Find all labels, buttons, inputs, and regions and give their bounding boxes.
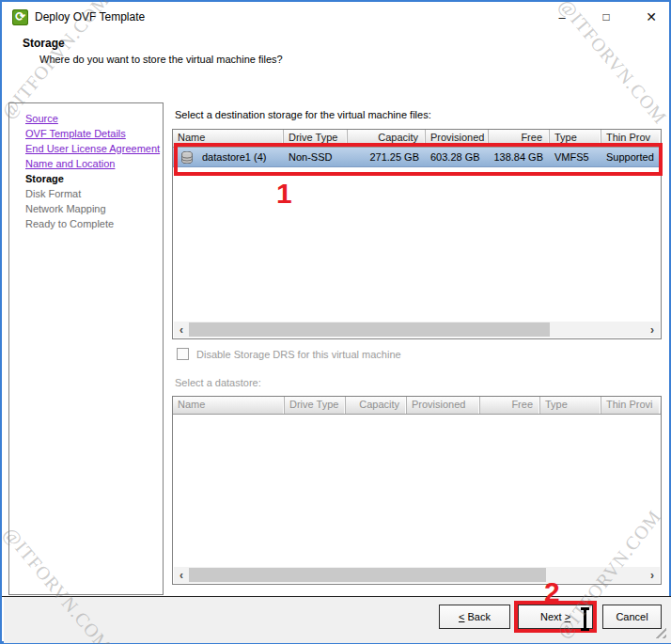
- scroll-left-icon[interactable]: ‹: [174, 567, 189, 583]
- col-drive-type: Drive Type: [285, 397, 346, 414]
- disable-drs-checkbox[interactable]: [177, 348, 189, 360]
- col-thin-prov[interactable]: Thin Prov: [601, 130, 660, 147]
- sidebar-item-network-mapping: Network Mapping: [9, 201, 163, 216]
- scrollbar-thumb[interactable]: [189, 568, 546, 582]
- back-label: Back: [464, 611, 491, 622]
- provisioned-cell: 603.28 GB: [426, 151, 489, 163]
- table1-horizontal-scrollbar[interactable]: ‹ ›: [174, 322, 660, 338]
- datastore-row-selected[interactable]: datastore1 (4) Non-SSD 271.25 GB 603.28 …: [173, 148, 661, 167]
- scrollbar-thumb[interactable]: [189, 322, 550, 337]
- window-title: Deploy OVF Template: [35, 10, 145, 24]
- table-header: Name Drive Type Capacity Provisioned Fre…: [173, 130, 661, 148]
- scroll-right-icon[interactable]: ›: [645, 567, 660, 583]
- sidebar-item-eula[interactable]: End User License Agreement: [9, 141, 163, 156]
- cancel-button[interactable]: Cancel: [602, 605, 662, 629]
- destination-storage-label: Select a destination storage for the vir…: [175, 109, 431, 120]
- col-name[interactable]: Name: [173, 130, 284, 147]
- disable-drs-row: Disable Storage DRS for this virtual mac…: [177, 348, 401, 360]
- wizard-steps-sidebar: Source OVF Template Details End User Lic…: [8, 102, 164, 595]
- thin-prov-cell: Supported: [601, 151, 660, 163]
- vsphere-app-icon: ⟳: [12, 9, 28, 25]
- col-free[interactable]: Free: [489, 130, 550, 147]
- next-accelerator: >: [565, 611, 570, 622]
- col-drive-type[interactable]: Drive Type: [284, 130, 348, 147]
- annotation-step-2: 2: [544, 578, 560, 606]
- table2-horizontal-scrollbar[interactable]: ‹ ›: [174, 567, 660, 583]
- datastore-name: datastore1 (4): [202, 151, 266, 163]
- annotation-step-1: 1: [276, 180, 292, 208]
- deploy-ovf-dialog: ⟳ Deploy OVF Template – □ ✕ Storage Wher…: [0, 0, 671, 644]
- select-datastore-label: Select a datastore:: [175, 377, 261, 388]
- title-bar: ⟳ Deploy OVF Template – □ ✕: [4, 4, 667, 30]
- scrollbar-track[interactable]: [189, 567, 645, 583]
- text-cursor-icon: [580, 607, 590, 631]
- col-type: Type: [540, 397, 601, 414]
- sidebar-item-source[interactable]: Source: [9, 111, 163, 126]
- col-free: Free: [480, 397, 540, 414]
- free-cell: 138.84 GB: [489, 151, 550, 163]
- col-thin-prov: Thin Provi: [601, 397, 660, 414]
- scroll-right-icon[interactable]: ›: [645, 322, 660, 338]
- scrollbar-track[interactable]: [189, 322, 645, 338]
- disable-drs-label: Disable Storage DRS for this virtual mac…: [196, 349, 401, 360]
- destination-storage-table: Name Drive Type Capacity Provisioned Fre…: [172, 129, 662, 339]
- drive-type-cell: Non-SSD: [284, 151, 348, 163]
- col-name: Name: [173, 397, 285, 414]
- next-label: Next: [540, 611, 565, 622]
- sidebar-item-name-and-location[interactable]: Name and Location: [9, 156, 163, 171]
- datastore-name-cell: datastore1 (4): [173, 151, 284, 164]
- table-header: Name Drive Type Capacity Provisioned Fre…: [173, 397, 661, 415]
- sidebar-item-ready-to-complete: Ready to Complete: [9, 216, 163, 231]
- col-provisioned[interactable]: Provisioned: [426, 130, 489, 147]
- sidebar-item-ovf-template-details[interactable]: OVF Template Details: [9, 126, 163, 141]
- scroll-left-icon[interactable]: ‹: [174, 322, 189, 338]
- datastore-list-table: Name Drive Type Capacity Provisioned Fre…: [172, 396, 662, 585]
- datastore-icon: [181, 151, 193, 164]
- sidebar-item-storage: Storage: [9, 171, 163, 186]
- col-type[interactable]: Type: [550, 130, 601, 147]
- back-button[interactable]: < Back: [439, 605, 510, 629]
- col-capacity[interactable]: Capacity: [348, 130, 426, 147]
- maximize-button[interactable]: □: [599, 8, 614, 25]
- page-title: Storage: [23, 37, 65, 50]
- sidebar-item-disk-format: Disk Format: [9, 186, 163, 201]
- page-subtitle: Where do you want to store the virtual m…: [39, 54, 283, 65]
- capacity-cell: 271.25 GB: [348, 151, 426, 163]
- col-provisioned: Provisioned: [407, 397, 480, 414]
- minimize-button[interactable]: –: [554, 8, 570, 25]
- type-cell: VMFS5: [550, 151, 601, 163]
- col-capacity: Capacity: [346, 397, 407, 414]
- close-button[interactable]: ✕: [644, 8, 659, 25]
